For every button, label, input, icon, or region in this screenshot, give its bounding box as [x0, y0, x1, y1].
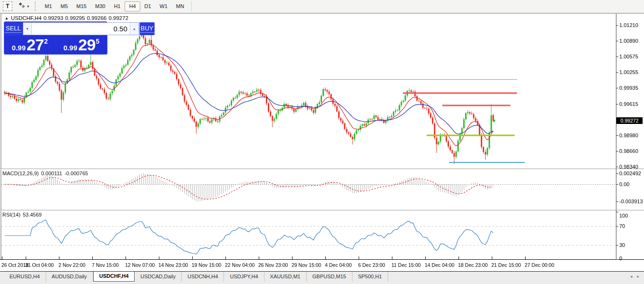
date-label-7-nov-15-00: 7 Nov 15:00 — [92, 262, 119, 268]
one-click-trading-panel: SELL ▾ ▴ BUY 0.99 27 2 0.99 29 5 — [4, 21, 107, 55]
price-tick-0.99615: 0.99615 — [619, 101, 638, 107]
date-label-14-nov-23-00: 14 Nov 23:00 — [158, 262, 188, 268]
volume-control: ▾ ▴ — [23, 22, 139, 35]
price-tick-1.00575: 1.00575 — [619, 54, 638, 59]
chart-tab-xauusd-m1[interactable]: XAUUSD,M1 — [264, 272, 307, 282]
volume-input[interactable] — [32, 23, 130, 35]
bid-price-prefix: 0.99 — [12, 44, 26, 52]
metatrader-app: { "toolbar": { "text_tool_label": "T", "… — [0, 0, 644, 284]
bid-price-display[interactable]: 0.99 27 2 — [5, 36, 55, 54]
diamond-objects-icon — [18, 1, 26, 11]
timeframe-button-m30[interactable]: M30 — [91, 1, 109, 11]
trade-panel-quote-row: 0.99 27 2 0.99 29 5 — [5, 36, 107, 54]
price-tick-0.98340: 0.98340 — [619, 164, 638, 170]
chart-tab-usdjpy-h4[interactable]: USDJPY,H4 — [224, 272, 264, 282]
chart-tab-bar: EURUSD,H4AUDUSD,DailyUSDCHF,H4USDCAD,Dai… — [0, 271, 644, 284]
tab-scroll-controls: ◂ ▸ — [630, 274, 639, 279]
bid-price-sup: 2 — [44, 38, 48, 45]
date-label-2-nov-22-00: 2 Nov 22:00 — [59, 262, 86, 268]
ohlc-open: 0.99293 — [43, 15, 63, 21]
buy-button[interactable]: BUY — [140, 22, 155, 35]
ohlc-high: 0.99295 — [65, 15, 85, 21]
price-tick-0.98660: 0.98660 — [619, 148, 638, 154]
chart-tab-gbpusd-m15[interactable]: GBPUSD,M15 — [307, 272, 352, 282]
collapse-triangle-icon: ▲ — [5, 16, 9, 20]
rsi-tick-0: 0 — [619, 256, 622, 261]
date-label-31-oct-04-00: 31 Oct 04:00 — [25, 262, 54, 268]
chart-tab-usdchf-h4[interactable]: USDCHF,H4 — [93, 272, 135, 282]
date-label-26-oct-2018: 26 Oct 2018 — [1, 262, 29, 268]
price-tick-1.01210: 1.01210 — [619, 22, 638, 28]
ask-price-sup: 5 — [96, 38, 99, 45]
macd-name-label: MACD(12,26,9) — [2, 170, 39, 176]
macd-tick-0-002492: 0.002492 — [619, 170, 641, 176]
toolbar-grip[interactable] — [35, 1, 37, 11]
date-label-14-dec-04-00: 14 Dec 04:00 — [425, 262, 454, 268]
ohlc-close: 0.99272 — [108, 15, 128, 21]
timeframe-button-w1[interactable]: W1 — [156, 1, 172, 11]
rsi-tick-100: 100 — [619, 213, 628, 218]
chevron-down-icon: ▾ — [27, 4, 29, 9]
date-label-18-dec-23-00: 18 Dec 23:00 — [458, 262, 488, 268]
date-label-21-dec-15-00: 21 Dec 15:00 — [491, 262, 521, 268]
macd-label-row: MACD(12,26,9)0.000111-0.000765 — [2, 170, 90, 176]
ask-price-prefix: 0.99 — [63, 44, 77, 52]
chart-tab-usdcad-daily[interactable]: USDCAD,Daily — [135, 272, 182, 282]
chart-tab-usdcnh-h4[interactable]: USDCNH,H4 — [182, 272, 224, 282]
timeframe-button-h4[interactable]: H4 — [125, 1, 140, 11]
chart-tab-sp500-h1[interactable]: SP500,H1 — [352, 272, 388, 282]
price-tick-1.00890: 1.00890 — [619, 38, 638, 44]
timeframe-button-m15[interactable]: M15 — [72, 1, 91, 11]
toolbar-separator — [191, 1, 192, 11]
timeframe-button-d1[interactable]: D1 — [140, 1, 156, 11]
chart-tabs: EURUSD,H4AUDUSD,DailyUSDCHF,H4USDCAD,Dai… — [4, 272, 388, 282]
rsi-name-label: RSI(14) — [2, 212, 20, 218]
macd-main-value: 0.000111 — [41, 170, 62, 176]
chart-symbol-label: USDCHF,H4 — [11, 15, 42, 21]
chart-tab-audusd-daily[interactable]: AUDUSD,Daily — [46, 272, 93, 282]
date-label-6-dec-23-00: 6 Dec 23:00 — [358, 262, 385, 268]
chart-ohlc-title: ▲USDCHF,H40.992930.992950.992660.99272 — [5, 15, 130, 21]
price-tick-1.00255: 1.00255 — [619, 69, 638, 75]
macd-signal-value: -0.000765 — [65, 170, 88, 176]
trade-panel-top-row: SELL ▾ ▴ BUY — [5, 22, 107, 35]
sell-button[interactable]: SELL — [5, 22, 22, 35]
date-label-12-nov-07-00: 12 Nov 07:00 — [125, 262, 155, 268]
rsi-label-row: RSI(14)53.4569 — [2, 212, 44, 218]
volume-increase-button[interactable]: ▴ — [130, 23, 138, 35]
rsi-tick-70: 70 — [619, 223, 625, 229]
date-label-11-dec-15-00: 11 Dec 15:00 — [391, 262, 421, 268]
price-tick-0.99935: 0.99935 — [619, 85, 638, 91]
rsi-value: 53.4569 — [23, 212, 42, 218]
volume-decrease-button[interactable]: ▾ — [23, 23, 32, 35]
date-label-27-dec-00-00: 27 Dec 00:00 — [525, 262, 554, 268]
price-tick-0.98980: 0.98980 — [619, 133, 638, 138]
bid-price-big: 27 — [27, 37, 44, 53]
timeframe-button-m5[interactable]: M5 — [56, 1, 72, 11]
chart-window: ▲USDCHF,H40.992930.992950.992660.99272 S… — [0, 13, 644, 271]
macd-tick-0-00: 0.00 — [619, 181, 629, 187]
timeframe-button-h1[interactable]: H1 — [109, 1, 125, 11]
buy-button-label: BUY — [140, 25, 155, 33]
ohlc-low: 0.99266 — [87, 15, 107, 21]
ask-price-display[interactable]: 0.99 29 5 — [57, 36, 107, 54]
current-price-tag: 0.99272 — [616, 117, 643, 124]
arrow-objects-button[interactable]: ▾ — [16, 1, 31, 11]
date-label-4-dec-04-00: 4 Dec 04:00 — [325, 262, 352, 268]
date-label-22-nov-04-00: 22 Nov 04:00 — [225, 262, 254, 268]
chart-tab-eurusd-h4[interactable]: EURUSD,H4 — [4, 272, 46, 282]
macd-tick-0-003913: -0.003913 — [619, 199, 643, 204]
date-label-29-nov-15-00: 29 Nov 15:00 — [292, 262, 321, 268]
tab-scroll-left-icon[interactable]: ◂ — [630, 274, 633, 279]
top-toolbar: T ▾ M1M5M15M30H1H4D1W1MN — [0, 0, 644, 13]
timeframe-button-group: M1M5M15M30H1H4D1W1MN — [40, 1, 188, 11]
date-label-26-nov-23-00: 26 Nov 23:00 — [258, 262, 288, 268]
ask-price-big: 29 — [78, 37, 96, 53]
timeframe-button-mn[interactable]: MN — [172, 1, 188, 11]
date-label-19-nov-15-00: 19 Nov 15:00 — [192, 262, 221, 268]
sell-button-label: SELL — [5, 25, 22, 33]
text-label-tool-button[interactable]: T — [3, 1, 12, 11]
tab-scroll-right-icon[interactable]: ▸ — [637, 274, 639, 279]
timeframe-button-m1[interactable]: M1 — [40, 1, 56, 11]
rsi-tick-30: 30 — [619, 242, 625, 248]
